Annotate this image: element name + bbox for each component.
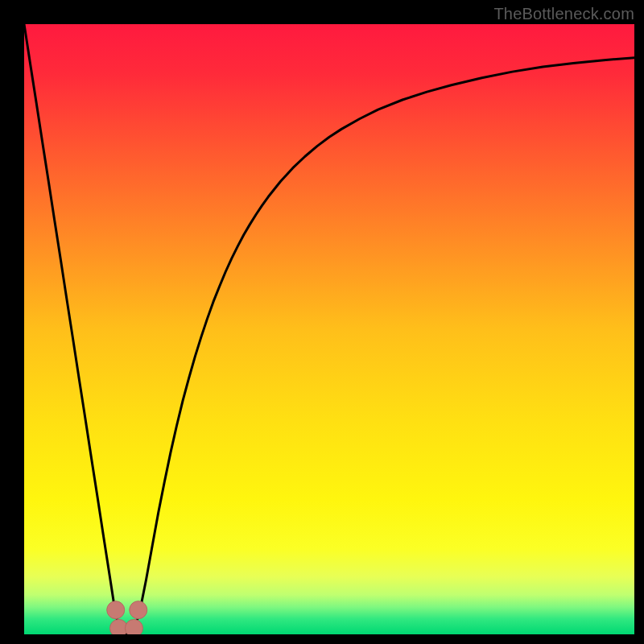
- plot-area: [24, 24, 634, 634]
- watermark-text: TheBottleneck.com: [493, 5, 634, 23]
- curve-marker: [107, 601, 125, 619]
- chart-svg: [24, 24, 634, 634]
- curve-marker: [125, 619, 142, 634]
- gradient-background: [24, 24, 634, 634]
- curve-marker: [130, 601, 147, 619]
- chart-frame: TheBottleneck.com: [0, 0, 644, 644]
